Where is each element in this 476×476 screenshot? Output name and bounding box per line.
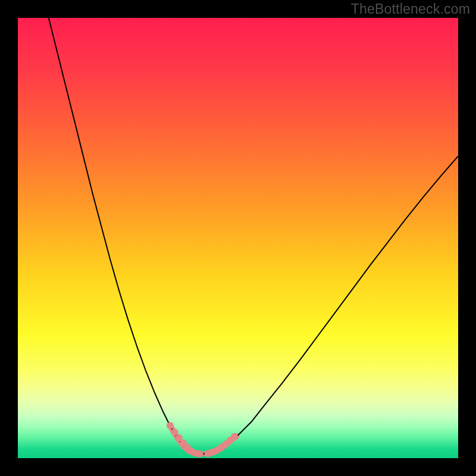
- curves-layer: [18, 18, 458, 458]
- left-pink-dots: [171, 428, 178, 436]
- left-pink-dots: [196, 450, 203, 458]
- chart-stage: TheBottleneck.com: [0, 0, 476, 476]
- watermark-text: TheBottleneck.com: [351, 1, 470, 17]
- right-curve: [220, 156, 458, 448]
- left-curve: [49, 18, 186, 449]
- plot-area: [18, 18, 458, 458]
- right-pink-dots: [231, 433, 238, 440]
- left-pink-dots: [167, 422, 174, 429]
